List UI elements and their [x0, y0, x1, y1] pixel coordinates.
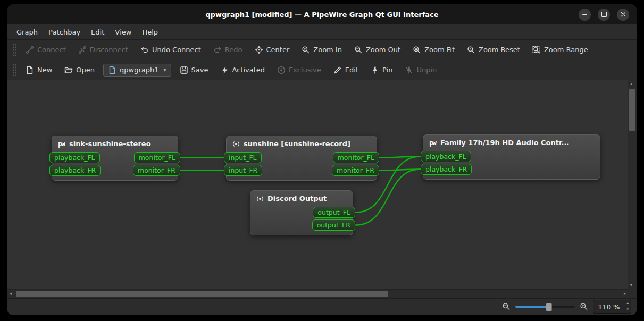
port-monitor-fr[interactable]: monitor_FR — [332, 165, 379, 176]
menu-graph[interactable]: Graph — [12, 27, 43, 38]
port-monitor-fl[interactable]: monitor_FL — [134, 152, 180, 163]
zoom-reset-icon — [467, 46, 475, 54]
connect-label: Connect — [37, 46, 66, 54]
menu-label: raph — [22, 28, 38, 36]
connect-icon — [26, 46, 34, 54]
toolbar-handle[interactable] — [12, 44, 16, 56]
zoom-out-button[interactable]: Zoom Out — [350, 43, 404, 57]
port-output-fl[interactable]: output_FL — [313, 207, 355, 218]
port-input-fl[interactable]: input_FL — [224, 152, 262, 163]
zoom-spin-down-icon[interactable]: ▾ — [624, 307, 631, 313]
redo-label: Redo — [225, 46, 242, 54]
exclusive-toggle[interactable]: Exclusive — [273, 63, 325, 77]
port-input-fr[interactable]: input_FR — [224, 165, 262, 176]
app-window: qpwgraph1 [modified] — A PipeWire Graph … — [7, 4, 637, 315]
center-icon — [255, 46, 263, 54]
disconnect-button[interactable]: Disconnect — [74, 43, 132, 57]
new-label: New — [37, 66, 52, 74]
open-label: Open — [76, 66, 95, 74]
pin-button[interactable]: Pin — [367, 63, 396, 77]
patchbay-selector[interactable]: qpwgraph1 ▾ — [103, 64, 171, 77]
activated-toggle[interactable]: Activated — [217, 63, 269, 77]
horizontal-scrollbar[interactable]: ◂ ▸ — [7, 289, 628, 298]
connect-button[interactable]: Connect — [22, 43, 70, 57]
edit-label: Edit — [345, 66, 358, 74]
graph-node-family-hd-audio[interactable]: pw Family 17h/19h HD Audio Contr... play… — [423, 134, 600, 180]
zoom-fit-icon — [413, 46, 421, 54]
graph-canvas[interactable]: pw sink-sunshine-stereo playback_FL moni… — [7, 80, 628, 290]
zoom-in-button[interactable]: Zoom In — [298, 43, 346, 57]
zoom-spin-arrows: ▴ ▾ — [624, 300, 631, 313]
center-label: Center — [266, 46, 290, 54]
zoom-value[interactable]: 110 % — [593, 300, 624, 313]
minimize-button[interactable] — [579, 9, 591, 21]
statusbar: 110 % ▴ ▾ — [7, 298, 637, 315]
port-playback-fr[interactable]: playback_FR — [49, 165, 101, 176]
canvas-area: pw sink-sunshine-stereo playback_FL moni… — [7, 80, 637, 298]
scroll-down-icon[interactable]: ▾ — [630, 283, 632, 288]
patchbay-toolbar: New Open qpwgraph1 ▾ Save Activated Excl… — [7, 60, 637, 80]
scroll-right-icon[interactable]: ▸ — [624, 292, 626, 296]
titlebar[interactable]: qpwgraph1 [modified] — A PipeWire Graph … — [7, 4, 637, 24]
toolbar-handle[interactable] — [12, 64, 16, 76]
undo-connect-label: Undo Connect — [152, 46, 201, 54]
port-playback-fl[interactable]: playback_FL — [421, 151, 471, 162]
unpin-label: Unpin — [416, 66, 437, 74]
node-title: sunshine [sunshine-record] — [244, 140, 350, 148]
zoom-range-button[interactable]: Zoom Range — [529, 43, 592, 57]
horizontal-scrollbar-thumb[interactable] — [16, 291, 388, 297]
chevron-down-icon: ▾ — [164, 67, 166, 73]
menu-accel: E — [91, 28, 95, 36]
menu-label: dit — [95, 28, 104, 36]
graph-node-sink-sunshine-stereo[interactable]: pw sink-sunshine-stereo playback_FL moni… — [52, 136, 178, 181]
zoom-spin-up-icon[interactable]: ▴ — [624, 300, 631, 307]
port-monitor-fl[interactable]: monitor_FL — [333, 152, 379, 163]
connection-wires — [7, 80, 628, 290]
activated-bolt-icon — [221, 66, 229, 74]
zoom-in-icon[interactable] — [580, 302, 588, 311]
graph-node-discord-output[interactable]: Discord Output output_FL output_FR — [250, 190, 353, 235]
undo-connect-button[interactable]: Undo Connect — [137, 43, 205, 57]
zoom-slider-handle[interactable] — [546, 303, 552, 311]
zoom-slider[interactable] — [515, 306, 575, 308]
menu-patchbay[interactable]: Patchbay — [44, 27, 85, 38]
menu-help[interactable]: Help — [137, 27, 163, 38]
disconnect-label: Disconnect — [90, 46, 128, 54]
port-monitor-fr[interactable]: monitor_FR — [133, 165, 180, 176]
pin-icon — [371, 66, 379, 74]
unpin-button[interactable]: Unpin — [401, 63, 440, 77]
edit-pencil-icon — [333, 66, 342, 74]
scroll-left-icon[interactable]: ◂ — [10, 292, 12, 296]
pipewire-icon: pw — [57, 140, 66, 148]
close-button[interactable] — [617, 9, 629, 21]
maximize-button[interactable] — [598, 9, 610, 21]
redo-button[interactable]: Redo — [210, 43, 246, 57]
port-output-fr[interactable]: output_FR — [312, 219, 355, 231]
exclusive-icon — [277, 66, 286, 74]
menu-view[interactable]: View — [110, 27, 136, 38]
zoom-reset-button[interactable]: Zoom Reset — [463, 43, 524, 57]
node-header: Discord Output — [254, 192, 349, 205]
zoom-fit-button[interactable]: Zoom Fit — [409, 43, 458, 57]
save-button[interactable]: Save — [176, 63, 212, 77]
graph-node-sunshine[interactable]: sunshine [sunshine-record] input_FL moni… — [226, 136, 377, 181]
zoom-spinbox[interactable]: 110 % ▴ ▾ — [593, 300, 631, 314]
menu-edit[interactable]: Edit — [86, 27, 109, 38]
pipewire-icon: pw — [428, 139, 437, 147]
disconnect-icon — [78, 46, 87, 54]
vertical-scrollbar-thumb[interactable] — [629, 89, 635, 131]
zoom-out-icon[interactable] — [502, 302, 511, 311]
scroll-up-icon[interactable]: ▴ — [630, 82, 632, 86]
new-file-icon — [26, 66, 34, 74]
patchbay-file-icon — [108, 66, 116, 74]
port-playback-fr[interactable]: playback_FR — [421, 164, 472, 175]
vertical-scrollbar[interactable]: ▴ ▾ — [628, 80, 637, 290]
open-button[interactable]: Open — [61, 63, 98, 77]
edit-button[interactable]: Edit — [330, 63, 362, 77]
port-playback-fl[interactable]: playback_FL — [49, 152, 100, 163]
zoom-range-icon — [532, 46, 541, 54]
zoom-reset-label: Zoom Reset — [479, 46, 520, 54]
new-button[interactable]: New — [22, 63, 56, 77]
menu-accel: V — [115, 28, 120, 36]
center-button[interactable]: Center — [251, 43, 294, 57]
